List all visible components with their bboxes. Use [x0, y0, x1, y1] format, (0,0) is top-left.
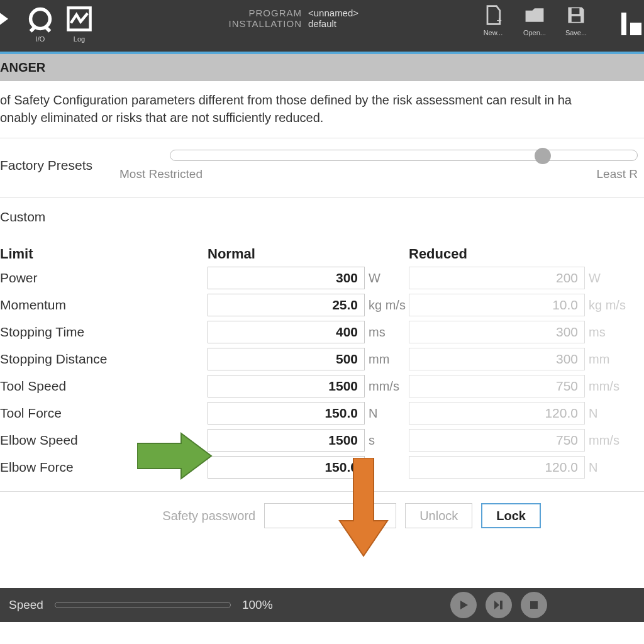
normal-unit: N: [365, 406, 409, 421]
menu-icon: [619, 0, 641, 38]
play-icon: [457, 599, 470, 611]
reduced-value-input[interactable]: 300: [409, 321, 585, 343]
svg-rect-12: [500, 601, 502, 609]
normal-value-input[interactable]: 25.0: [208, 294, 365, 316]
custom-label: Custom: [0, 209, 644, 225]
reduced-unit: ms: [585, 325, 629, 340]
reduced-value-input[interactable]: 120.0: [409, 402, 585, 425]
custom-section: Custom Limit Normal Reduced Power300W200…: [0, 198, 644, 479]
step-button[interactable]: [486, 592, 512, 618]
normal-value-input[interactable]: 500: [208, 348, 365, 370]
skip-icon: [492, 599, 505, 611]
slider-label-right: Least R: [597, 167, 638, 181]
svg-point-1: [31, 9, 50, 29]
reduced-value-input[interactable]: 750: [409, 375, 585, 397]
toolbar-far-right[interactable]: [619, 0, 641, 40]
unlock-button[interactable]: Unlock: [405, 503, 472, 528]
speed-slider[interactable]: [55, 602, 231, 608]
svg-rect-6: [621, 13, 626, 35]
folder-open-icon: [523, 4, 546, 26]
orange-arrow-annotation: [338, 458, 389, 558]
presets-section: Factory Presets Most Restricted Least R: [0, 138, 644, 198]
toolbar-item-io[interactable]: I/O: [26, 5, 54, 43]
normal-value-input[interactable]: 150.0: [208, 402, 365, 425]
program-value: <unnamed>: [308, 8, 358, 18]
io-label: I/O: [36, 35, 45, 43]
save-icon: [565, 4, 587, 26]
svg-text:+: +: [496, 15, 501, 25]
svg-rect-13: [530, 601, 538, 609]
reduced-value-input[interactable]: 200: [409, 267, 585, 289]
limit-row-label: Momentum: [0, 297, 208, 313]
warning-text: of Safety Configuration parameters diffe…: [0, 81, 644, 138]
limit-row-label: Tool Speed: [0, 379, 208, 394]
save-button[interactable]: Save...: [565, 4, 587, 36]
log-icon: [65, 5, 93, 33]
stop-button[interactable]: [521, 592, 547, 618]
normal-value-input[interactable]: 1500: [208, 429, 365, 452]
normal-unit: ms: [365, 325, 409, 340]
svg-marker-11: [494, 601, 499, 609]
limits-table: Limit Normal Reduced Power300W200WMoment…: [0, 246, 644, 479]
svg-marker-10: [460, 601, 468, 609]
open-button[interactable]: Open...: [523, 4, 546, 36]
col-reduced: Reduced: [409, 246, 585, 262]
reduced-unit: N: [585, 460, 629, 475]
lock-button[interactable]: Lock: [481, 503, 541, 528]
toolbar-item-prev[interactable]: [0, 5, 15, 35]
normal-unit: mm: [365, 352, 409, 367]
reduced-value-input[interactable]: 10.0: [409, 294, 585, 316]
reduced-unit: mm: [585, 352, 629, 367]
limit-row-label: Tool Force: [0, 406, 208, 421]
speed-label: Speed: [9, 598, 43, 612]
program-label: PROGRAM: [220, 8, 302, 18]
toolbar-item-log[interactable]: Log: [65, 5, 93, 43]
play-button[interactable]: [450, 592, 477, 618]
log-label: Log: [74, 35, 85, 43]
reduced-value-input[interactable]: 120.0: [409, 456, 585, 479]
slider-thumb[interactable]: [535, 148, 551, 164]
normal-unit: W: [365, 271, 409, 286]
svg-marker-0: [0, 8, 8, 30]
svg-marker-9: [340, 458, 387, 556]
reduced-unit: kg m/s: [585, 298, 629, 313]
speed-value: 100%: [242, 598, 273, 612]
play-controls: [450, 592, 635, 618]
file-new-icon: +: [482, 4, 504, 26]
green-arrow-annotation: [137, 431, 213, 481]
slider-track: [170, 150, 638, 161]
installation-label: INSTALLATION: [220, 18, 302, 29]
normal-value-input[interactable]: 1500: [208, 375, 365, 397]
normal-unit: mm/s: [365, 379, 409, 394]
toolbar-center: PROGRAM <unnamed> INSTALLATION default: [220, 8, 358, 29]
limit-row-label: Stopping Distance: [0, 352, 208, 367]
normal-value-input[interactable]: 400: [208, 321, 365, 343]
chevron-right-icon: [0, 5, 15, 33]
reduced-value-input[interactable]: 750: [409, 429, 585, 452]
new-label: New...: [484, 29, 503, 36]
installation-value: default: [308, 18, 336, 29]
top-toolbar: I/O Log PROGRAM <unnamed> INSTALLATION d…: [0, 0, 644, 52]
stop-icon: [528, 599, 540, 611]
normal-value-input[interactable]: 300: [208, 267, 365, 289]
slider-label-left: Most Restricted: [119, 167, 203, 181]
normal-unit: kg m/s: [365, 298, 409, 313]
new-button[interactable]: + New...: [482, 4, 504, 36]
col-limit: Limit: [0, 246, 208, 262]
io-icon: [26, 5, 54, 33]
save-label: Save...: [565, 29, 587, 36]
toolbar-left: I/O Log: [0, 5, 93, 43]
danger-header: ANGER: [0, 54, 644, 81]
reduced-value-input[interactable]: 300: [409, 348, 585, 370]
bottom-bar: Speed 100%: [0, 588, 644, 622]
password-label: Safety password: [162, 509, 255, 523]
password-row: Safety password Unlock Lock: [0, 491, 644, 540]
reduced-unit: N: [585, 406, 629, 421]
limit-row-label: Stopping Time: [0, 325, 208, 340]
reduced-unit: W: [585, 271, 629, 286]
open-label: Open...: [523, 29, 546, 36]
limit-row-label: Power: [0, 270, 208, 286]
presets-slider[interactable]: Most Restricted Least R: [170, 150, 644, 181]
svg-rect-7: [630, 23, 641, 35]
svg-marker-8: [137, 433, 211, 479]
